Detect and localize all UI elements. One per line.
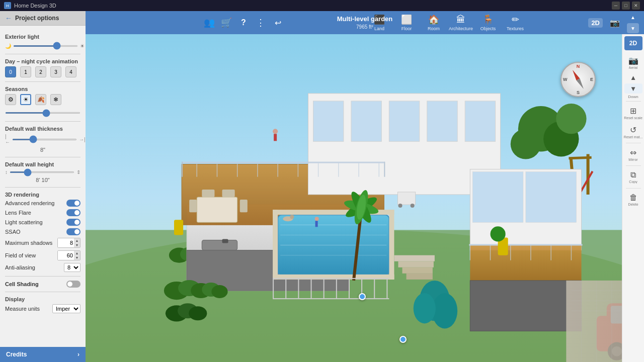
measure-units-row: Measure units Imper Metric [5, 304, 80, 313]
ssao-row: SSAO [5, 228, 80, 235]
sidebar-content: Exterior light 🌙 ☀ 🌕 Day – night cycle a… [0, 26, 86, 347]
compass-circle: N S E W [560, 62, 596, 97]
reset-scale-button[interactable]: ⊞ Reset scale [624, 104, 642, 122]
wall-thickness-slider[interactable] [12, 139, 77, 140]
svg-rect-119 [285, 278, 286, 298]
season-summer-btn[interactable]: ☀ [20, 94, 31, 105]
tool-floor[interactable]: ⬜ Floor [393, 13, 420, 33]
season-winter-btn[interactable]: ❄ [50, 94, 61, 105]
light-scattering-toggle[interactable] [66, 219, 80, 226]
back-arrow-icon[interactable]: ← [5, 14, 12, 22]
copy-button[interactable]: ⧉ Copy [624, 168, 642, 186]
cycle-btn-2[interactable]: 2 [35, 66, 46, 77]
room-label: Room [428, 26, 440, 31]
display-label: Display [5, 296, 80, 302]
max-shadows-label: Maximum shadows [5, 240, 52, 246]
svg-rect-81 [274, 134, 277, 141]
svg-rect-55 [273, 210, 278, 280]
day-night-icons: 0 1 2 3 4 [5, 66, 80, 77]
title-bar-controls: ─ □ ✕ [612, 2, 640, 10]
cycle-btn-1[interactable]: 1 [20, 66, 31, 77]
season-spring-btn[interactable]: ⚙ [5, 94, 16, 105]
svg-rect-83 [315, 221, 318, 227]
moon-icon: 🌙 [5, 43, 11, 49]
svg-point-64 [432, 293, 457, 328]
svg-rect-40 [469, 244, 582, 246]
main-layout: ← Project options Exterior light 🌙 ☀ 🌕 D… [0, 11, 644, 362]
view-dot-1[interactable] [359, 293, 366, 300]
reset-scale-icon: ⊞ [630, 106, 636, 116]
wall-tall-icon: ⇕ [76, 169, 80, 175]
back-button[interactable]: ↩ [270, 15, 286, 31]
credits-arrow-icon: › [77, 351, 79, 358]
svg-rect-129 [273, 298, 389, 299]
view-down-button[interactable]: ▼ [624, 83, 642, 94]
up-arrow-icon: ▲ [630, 74, 636, 81]
objects-icon: 🪑 [482, 14, 494, 25]
field-of-view-input[interactable]: 60 [58, 251, 74, 260]
help-button[interactable]: ? [235, 15, 252, 31]
reset-mat-button[interactable]: ↺ Reset mat... [624, 123, 642, 141]
field-of-view-down[interactable]: ▼ [74, 255, 80, 260]
sidebar-header: ← Project options [0, 11, 86, 26]
field-of-view-up[interactable]: ▲ [74, 251, 80, 255]
seasons-slider[interactable] [5, 112, 80, 114]
cycle-btn-4[interactable]: 4 [65, 66, 76, 77]
btn-2d[interactable]: 2D [588, 18, 603, 28]
max-shadows-input[interactable]: 8 [58, 238, 74, 247]
down-button[interactable]: ▼ [627, 23, 639, 33]
menu-button[interactable]: ⋮ [253, 15, 269, 31]
cycle-btn-0[interactable]: 0 [5, 66, 16, 77]
cell-shading-toggle[interactable] [66, 281, 80, 288]
camera-button[interactable]: 📷 [607, 15, 623, 31]
lens-flare-toggle[interactable] [66, 209, 80, 216]
svg-rect-115 [397, 192, 415, 205]
up-button[interactable]: ▲ [627, 12, 639, 22]
sep-2 [5, 81, 80, 82]
light-scattering-row: Light scattering [5, 219, 80, 226]
maximize-button[interactable]: □ [622, 2, 630, 10]
anti-aliasing-label: Anti-aliasing [5, 264, 35, 270]
wall-height-slider[interactable] [10, 171, 74, 173]
toolbar-tools: 👥 🛒 ? ⋮ ↩ [201, 15, 286, 31]
anti-aliasing-select[interactable]: 8 4 2 1 0 [64, 263, 80, 272]
tool-objects[interactable]: 🪑 Objects [475, 13, 501, 33]
toolbar: 👥 🛒 ? ⋮ ↩ Multi-level garden 7965 ft² ⬛ … [86, 11, 644, 34]
wall-thickness-slider-row: |← →| [5, 134, 80, 145]
cart-button[interactable]: 🛒 [218, 15, 234, 31]
tool-textures[interactable]: ✏ Textures [502, 13, 528, 33]
minimize-button[interactable]: ─ [612, 2, 620, 10]
svg-rect-76 [394, 255, 434, 261]
view-area: N S E W 2D 📷 Aerial [86, 34, 644, 362]
close-button[interactable]: ✕ [632, 2, 640, 10]
svg-point-80 [273, 129, 278, 134]
field-of-view-spinners: ▲ ▼ [74, 251, 80, 260]
tool-room[interactable]: 🏠 Room [421, 13, 447, 33]
objects-label: Objects [480, 26, 496, 31]
right-panel-camera-button[interactable]: 📷 Aerial [624, 53, 642, 71]
title-bar-left: H Home Design 3D [4, 2, 56, 9]
max-shadows-down[interactable]: ▼ [74, 243, 80, 247]
credits-button[interactable]: Credits › [0, 347, 86, 362]
compass-n: N [577, 64, 580, 69]
advanced-rendering-toggle[interactable] [66, 200, 80, 207]
seasons-slider-wrap [5, 107, 80, 117]
ssao-toggle[interactable] [66, 228, 80, 235]
view-dot-2[interactable] [399, 336, 407, 343]
max-shadows-up[interactable]: ▲ [74, 238, 80, 243]
svg-rect-20 [389, 101, 419, 141]
exterior-light-slider[interactable] [13, 45, 78, 47]
view-up-button[interactable]: ▲ [624, 72, 642, 82]
measure-units-select[interactable]: Imper Metric [52, 304, 80, 313]
mirror-button[interactable]: ⇔ Mirror [624, 145, 642, 163]
season-autumn-btn[interactable]: 🍂 [35, 94, 46, 105]
delete-button[interactable]: 🗑 Delete [624, 191, 642, 209]
view-3d[interactable]: N S E W [86, 34, 622, 362]
users-button[interactable]: 👥 [201, 15, 217, 31]
right-panel-2d-button[interactable]: 2D [624, 36, 642, 50]
credits-label: Credits [6, 351, 27, 358]
cycle-btn-3[interactable]: 3 [50, 66, 61, 77]
lens-flare-label: Lens Flare [5, 210, 31, 216]
tool-architecture[interactable]: 🏛 Architecture [448, 13, 474, 33]
wall-height-label: Default wall height [5, 161, 80, 167]
